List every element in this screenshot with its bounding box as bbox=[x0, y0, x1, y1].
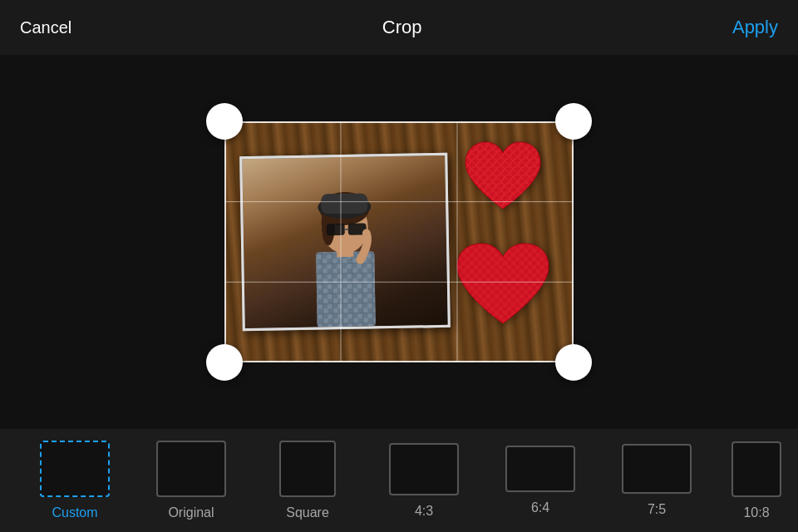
ratio-box-6-4 bbox=[505, 446, 575, 492]
ratio-box-custom bbox=[40, 441, 110, 497]
portrait-photo bbox=[239, 153, 451, 331]
ratio-item-4-3[interactable]: 4:3 bbox=[366, 436, 482, 525]
svg-rect-10 bbox=[327, 224, 345, 235]
ratio-label-custom: Custom bbox=[52, 505, 97, 520]
ratio-selector-bar: Custom Original Square 4:3 6:4 7:5 10:8 bbox=[0, 429, 798, 532]
ratio-item-custom[interactable]: Custom bbox=[17, 434, 133, 527]
crop-handle-top-left[interactable] bbox=[206, 103, 243, 140]
ratio-box-4-3 bbox=[389, 443, 459, 495]
crop-container[interactable] bbox=[224, 121, 574, 362]
ratio-label-4-3: 4:3 bbox=[415, 504, 433, 519]
ratio-box-original bbox=[156, 441, 226, 497]
ratio-label-square: Square bbox=[286, 505, 329, 520]
ratio-item-square[interactable]: Square bbox=[249, 434, 366, 527]
crop-handle-bottom-right[interactable] bbox=[555, 344, 592, 381]
apply-button[interactable]: Apply bbox=[732, 17, 778, 38]
ratio-box-10-8 bbox=[732, 441, 781, 497]
ratio-label-original: Original bbox=[168, 505, 214, 520]
ratio-label-10-8: 10:8 bbox=[743, 505, 769, 520]
ratio-item-6-4[interactable]: 6:4 bbox=[482, 439, 598, 522]
heart-decoration-1 bbox=[457, 138, 549, 221]
crop-handle-top-right[interactable] bbox=[555, 103, 592, 140]
header: Cancel Crop Apply bbox=[0, 0, 798, 55]
ratio-item-7-5[interactable]: 7:5 bbox=[598, 437, 715, 524]
ratio-box-7-5 bbox=[622, 444, 692, 494]
crop-canvas-area bbox=[0, 55, 798, 429]
ratio-box-square bbox=[279, 441, 336, 497]
svg-rect-9 bbox=[321, 194, 367, 214]
cancel-button[interactable]: Cancel bbox=[20, 18, 71, 37]
ratio-item-original[interactable]: Original bbox=[133, 434, 249, 527]
svg-rect-3 bbox=[316, 251, 376, 327]
heart-decoration-2 bbox=[449, 238, 557, 337]
ratio-item-10-8[interactable]: 10:8 bbox=[715, 435, 798, 527]
ratio-label-7-5: 7:5 bbox=[648, 502, 666, 517]
crop-handle-bottom-left[interactable] bbox=[206, 344, 243, 381]
photo-background bbox=[224, 121, 574, 362]
page-title: Crop bbox=[382, 17, 422, 38]
ratio-label-6-4: 6:4 bbox=[531, 500, 549, 515]
